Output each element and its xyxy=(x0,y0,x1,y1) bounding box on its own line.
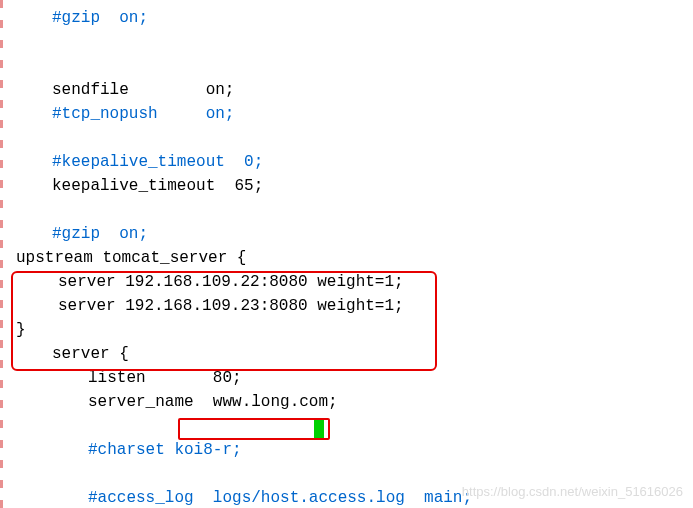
code-line: #gzip on; xyxy=(52,9,148,27)
code-line: #charset koi8-r; xyxy=(88,441,242,459)
watermark-text: https://blog.csdn.net/weixin_51616026 xyxy=(462,480,683,504)
code-line: server_name www.long.com; xyxy=(88,393,338,411)
code-line: #gzip on; xyxy=(52,225,148,243)
code-line: #access_log logs/host.access.log main; xyxy=(88,489,472,507)
server-name-key: server_name xyxy=(88,393,213,411)
code-line: #tcp_nopush on; xyxy=(52,105,234,123)
code-block: #gzip on; sendfile on; #tcp_nopush on; #… xyxy=(16,6,693,508)
code-line: keepalive_timeout 65; xyxy=(52,177,263,195)
server-name-value: www.long.com; xyxy=(213,393,338,411)
code-line: listen 80; xyxy=(88,369,242,387)
highlight-box-upstream xyxy=(11,271,437,371)
code-line: #keepalive_timeout 0; xyxy=(52,153,263,171)
code-line: upstream tomcat_server { xyxy=(16,249,246,267)
code-line: sendfile on; xyxy=(52,81,234,99)
editor-gutter-stripe xyxy=(0,0,3,508)
highlight-box-domain xyxy=(178,418,330,440)
